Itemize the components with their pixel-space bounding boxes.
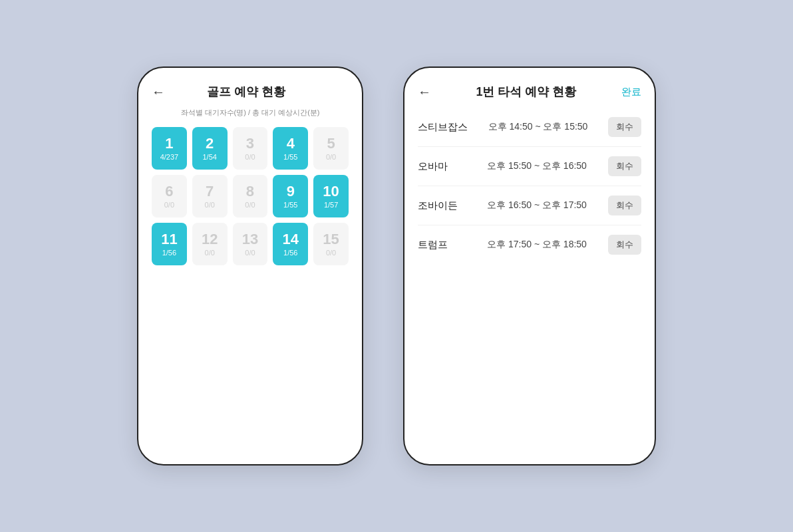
booking-row: 트럼프오후 17:50 ~ 오후 18:50회수 (418, 225, 641, 264)
seat-number: 3 (246, 136, 254, 152)
seat-number: 8 (246, 184, 254, 200)
seat-cell-7[interactable]: 70/0 (192, 175, 228, 217)
seat-cell-9[interactable]: 91/55 (273, 175, 308, 217)
seat-number: 1 (165, 136, 173, 152)
seat-number: 7 (206, 184, 214, 200)
seat-info: 0/0 (164, 201, 174, 209)
right-back-button[interactable]: ← (418, 84, 431, 100)
seat-number: 12 (202, 231, 218, 247)
seat-info: 4/237 (160, 153, 179, 161)
seat-number: 13 (242, 231, 258, 247)
booking-list: 스티브잡스오후 14:50 ~ 오후 15:50회수오바마오후 15:50 ~ … (404, 108, 655, 264)
seat-cell-5[interactable]: 50/0 (313, 127, 349, 170)
seat-cell-13[interactable]: 130/0 (233, 223, 268, 265)
seat-number: 2 (206, 136, 214, 152)
seat-number: 11 (161, 231, 177, 247)
seat-cell-14[interactable]: 141/56 (273, 223, 308, 265)
seat-cell-15[interactable]: 150/0 (313, 223, 349, 265)
complete-button[interactable]: 완료 (621, 86, 641, 98)
booking-time: 오후 16:50 ~ 오후 17:50 (471, 200, 603, 211)
booking-name: 오바마 (418, 160, 466, 173)
seat-info: 0/0 (245, 201, 255, 209)
booking-row: 조바이든오후 16:50 ~ 오후 17:50회수 (418, 186, 641, 225)
booking-name: 트럼프 (418, 239, 466, 251)
seat-cell-1[interactable]: 14/237 (152, 127, 187, 170)
booking-name: 스티브잡스 (418, 121, 468, 134)
booking-time: 오후 17:50 ~ 오후 18:50 (471, 239, 603, 251)
booking-cancel-button[interactable]: 회수 (608, 235, 641, 255)
seat-info: 1/56 (283, 249, 297, 257)
seat-info: 0/0 (205, 201, 215, 209)
seat-number: 4 (287, 136, 295, 152)
booking-cancel-button[interactable]: 회수 (608, 196, 641, 215)
booking-cancel-button[interactable]: 회수 (608, 117, 641, 137)
seat-cell-11[interactable]: 111/56 (152, 223, 187, 265)
booking-cancel-button[interactable]: 회수 (608, 156, 641, 176)
seat-info: 1/54 (202, 153, 216, 161)
seat-cell-3[interactable]: 30/0 (233, 127, 268, 170)
seat-info: 1/57 (324, 201, 338, 209)
seat-number: 6 (165, 184, 173, 200)
seat-cell-12[interactable]: 120/0 (192, 223, 228, 265)
booking-name: 조바이든 (418, 200, 466, 212)
seat-number: 15 (323, 231, 339, 247)
subtitle: 좌석별 대기자수(명) / 총 대기 예상시간(분) (138, 108, 362, 118)
seat-number: 9 (287, 184, 295, 200)
seat-cell-2[interactable]: 21/54 (192, 127, 228, 170)
booking-row: 스티브잡스오후 14:50 ~ 오후 15:50회수 (418, 108, 641, 147)
seat-info: 1/56 (162, 249, 176, 257)
seat-number: 14 (283, 231, 299, 247)
left-phone: ← 골프 예약 현황 좌석별 대기자수(명) / 총 대기 예상시간(분) 14… (137, 66, 363, 466)
seat-info: 0/0 (205, 249, 215, 257)
right-phone: ← 1번 타석 예약 현황 완료 스티브잡스오후 14:50 ~ 오후 15:5… (403, 66, 656, 466)
left-back-button[interactable]: ← (152, 84, 165, 100)
seat-cell-4[interactable]: 41/55 (273, 127, 308, 170)
seat-info: 0/0 (326, 153, 336, 161)
seat-info: 0/0 (245, 249, 255, 257)
right-header: ← 1번 타석 예약 현황 완료 (404, 68, 655, 108)
seat-number: 10 (323, 184, 339, 200)
booking-time: 오후 15:50 ~ 오후 16:50 (471, 160, 603, 172)
seat-cell-10[interactable]: 101/57 (313, 175, 349, 217)
booking-time: 오후 14:50 ~ 오후 15:50 (473, 121, 603, 133)
seat-number: 5 (327, 136, 335, 152)
seat-info: 1/55 (283, 201, 297, 209)
left-header: ← 골프 예약 현황 (138, 68, 362, 108)
seat-grid: 14/23721/5430/041/5550/060/070/080/091/5… (138, 127, 362, 265)
left-title: 골프 예약 현황 (173, 84, 319, 100)
seat-cell-8[interactable]: 80/0 (233, 175, 268, 217)
seat-cell-6[interactable]: 60/0 (152, 175, 187, 217)
right-title: 1번 타석 예약 현황 (439, 84, 613, 100)
seat-info: 1/55 (283, 153, 297, 161)
seat-info: 0/0 (326, 249, 336, 257)
seat-info: 0/0 (245, 153, 255, 161)
booking-row: 오바마오후 15:50 ~ 오후 16:50회수 (418, 147, 641, 186)
